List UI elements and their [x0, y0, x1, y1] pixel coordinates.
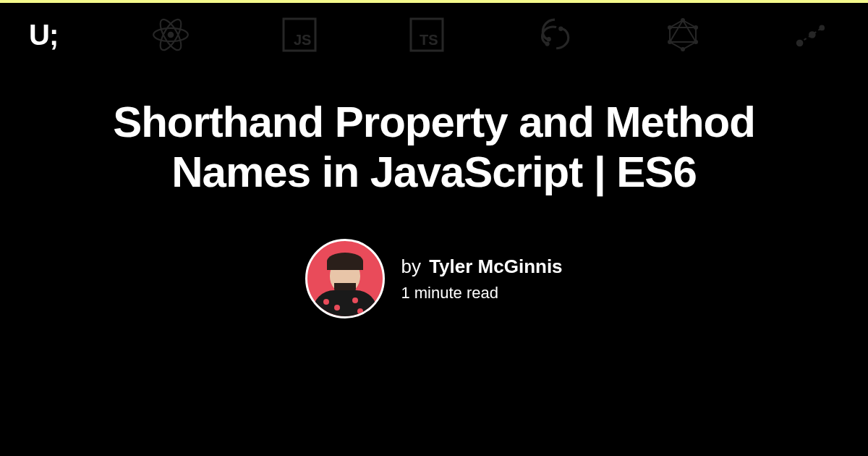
- svg-point-8: [547, 37, 551, 41]
- svg-point-12: [694, 25, 698, 30]
- author-name: Tyler McGinnis: [429, 256, 562, 277]
- author-section: by Tyler McGinnis 1 minute read: [305, 239, 562, 318]
- main-content: Shorthand Property and Method Names in J…: [0, 54, 868, 318]
- tech-icons-row: JS TS: [152, 16, 826, 54]
- article-title: Shorthand Property and Method Names in J…: [72, 97, 796, 197]
- react-icon: [152, 16, 190, 54]
- author-info: by Tyler McGinnis 1 minute read: [401, 256, 562, 303]
- graphql-icon: [665, 17, 700, 52]
- author-byline: by Tyler McGinnis: [401, 256, 562, 278]
- header: U; JS TS: [0, 3, 868, 54]
- typescript-icon: TS: [409, 17, 444, 52]
- read-time: 1 minute read: [401, 284, 562, 303]
- svg-point-17: [796, 40, 804, 47]
- svg-text:TS: TS: [420, 32, 438, 48]
- svg-point-11: [681, 18, 685, 22]
- brand-logo: U;: [29, 19, 58, 51]
- svg-point-13: [694, 40, 698, 44]
- svg-text:JS: JS: [294, 32, 311, 48]
- svg-point-9: [558, 27, 563, 31]
- svg-point-15: [668, 40, 672, 44]
- svg-point-0: [168, 32, 174, 38]
- by-label: by: [401, 256, 420, 277]
- author-avatar: [305, 239, 385, 318]
- svg-point-10: [545, 41, 550, 46]
- nodes-icon: [793, 18, 826, 51]
- javascript-icon: JS: [282, 17, 317, 52]
- svg-point-16: [668, 25, 672, 30]
- svg-point-14: [681, 47, 685, 51]
- redux-icon: [537, 17, 573, 53]
